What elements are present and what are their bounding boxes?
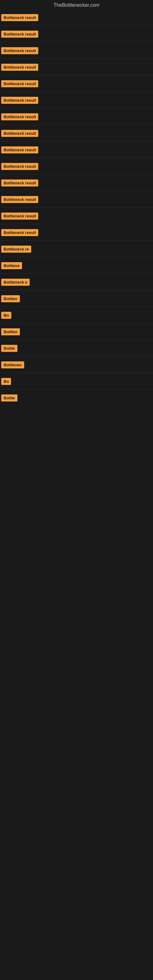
bottleneck-badge-22[interactable]: Bottlenec <box>1 361 24 368</box>
bottleneck-badge-21[interactable]: Bottle <box>1 345 18 352</box>
bottleneck-row-7: Bottleneck result <box>0 108 153 125</box>
site-title-container: TheBottlenecker.com <box>0 0 153 9</box>
bottleneck-badge-17[interactable]: Bottleneck e <box>1 279 30 286</box>
bottleneck-row-13: Bottleneck result <box>0 207 153 224</box>
bottleneck-row-12: Bottleneck result <box>0 191 153 207</box>
bottleneck-row-20: Bottlen <box>0 323 153 340</box>
bottleneck-badge-5[interactable]: Bottleneck result <box>1 80 38 87</box>
bottleneck-badge-19[interactable]: Bo <box>1 312 11 319</box>
bottleneck-badge-7[interactable]: Bottleneck result <box>1 113 38 120</box>
bottleneck-row-24: Bottle <box>0 389 153 406</box>
bottleneck-row-16: Bottlene <box>0 257 153 274</box>
bottleneck-row-17: Bottleneck e <box>0 274 153 290</box>
bottleneck-row-15: Bottleneck re <box>0 240 153 257</box>
bottleneck-row-18: Bottlen <box>0 290 153 307</box>
bottleneck-row-9: Bottleneck result <box>0 141 153 158</box>
bottleneck-badge-2[interactable]: Bottleneck result <box>1 30 38 38</box>
bottleneck-badge-14[interactable]: Bottleneck result <box>1 229 38 236</box>
bottleneck-badge-16[interactable]: Bottlene <box>1 262 22 269</box>
bottleneck-badge-6[interactable]: Bottleneck result <box>1 97 38 104</box>
bottleneck-row-10: Bottleneck result <box>0 158 153 174</box>
bottleneck-row-14: Bottleneck result <box>0 224 153 240</box>
bottleneck-row-6: Bottleneck result <box>0 92 153 108</box>
bottleneck-badge-12[interactable]: Bottleneck result <box>1 196 38 203</box>
bottleneck-row-23: Bo <box>0 373 153 389</box>
bottleneck-badge-9[interactable]: Bottleneck result <box>1 146 38 153</box>
items-container: Bottleneck resultBottleneck resultBottle… <box>0 9 153 406</box>
bottleneck-badge-20[interactable]: Bottlen <box>1 328 20 335</box>
bottleneck-row-4: Bottleneck result <box>0 59 153 75</box>
bottleneck-row-2: Bottleneck result <box>0 25 153 42</box>
bottleneck-badge-11[interactable]: Bottleneck result <box>1 180 38 186</box>
bottleneck-badge-23[interactable]: Bo <box>1 378 11 385</box>
bottleneck-row-22: Bottlenec <box>0 356 153 373</box>
bottleneck-badge-15[interactable]: Bottleneck re <box>1 246 31 253</box>
bottleneck-row-8: Bottleneck result <box>0 125 153 141</box>
bottleneck-row-1: Bottleneck result <box>0 9 153 25</box>
bottleneck-row-3: Bottleneck result <box>0 42 153 59</box>
bottleneck-badge-10[interactable]: Bottleneck result <box>1 163 38 170</box>
bottleneck-row-5: Bottleneck result <box>0 75 153 92</box>
bottleneck-badge-1[interactable]: Bottleneck result <box>1 14 38 21</box>
bottleneck-row-11: Bottleneck result <box>0 174 153 191</box>
bottleneck-row-21: Bottle <box>0 340 153 356</box>
site-title: TheBottlenecker.com <box>0 0 153 9</box>
bottleneck-badge-3[interactable]: Bottleneck result <box>1 47 38 54</box>
bottleneck-badge-4[interactable]: Bottleneck result <box>1 64 38 71</box>
bottleneck-badge-13[interactable]: Bottleneck result <box>1 213 38 220</box>
bottleneck-row-19: Bo <box>0 307 153 323</box>
bottleneck-badge-18[interactable]: Bottlen <box>1 295 20 302</box>
bottleneck-badge-8[interactable]: Bottleneck result <box>1 130 38 137</box>
bottleneck-badge-24[interactable]: Bottle <box>1 395 18 401</box>
